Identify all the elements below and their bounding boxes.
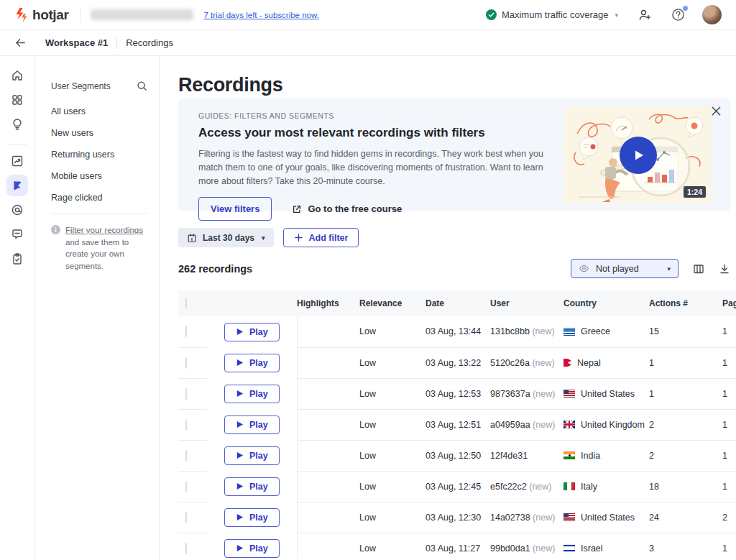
user-new-badge: (new)	[533, 513, 555, 523]
nav-insights-button[interactable]	[6, 114, 28, 135]
play-icon	[236, 390, 244, 398]
relevance-cell: Low	[359, 502, 426, 533]
user-cell: 14a02738 (new)	[490, 502, 564, 533]
top-bar: hotjar 7 trial days left - subscribe now…	[0, 0, 736, 30]
play-button[interactable]: Play	[224, 323, 280, 341]
actions-count-cell: 24	[649, 502, 722, 533]
date-range-filter[interactable]: Last 30 days ▾	[178, 228, 274, 247]
segment-all-users[interactable]: All users	[51, 106, 147, 117]
relevance-cell: Low	[359, 440, 426, 471]
breadcrumb-workspace[interactable]: Workspace #1	[45, 37, 108, 48]
check-circle-icon	[486, 9, 497, 20]
user-avatar[interactable]	[702, 5, 722, 24]
row-checkbox[interactable]	[185, 357, 187, 369]
columns-icon	[693, 263, 704, 275]
row-checkbox[interactable]	[185, 512, 187, 523]
user-id: 131bc8bb	[490, 326, 530, 336]
relevance-cell: Low	[359, 316, 426, 347]
back-button[interactable]	[14, 37, 27, 49]
row-checkbox[interactable]	[185, 388, 187, 400]
divider	[51, 214, 147, 214]
segments-sidebar: User Segments All users New users Return…	[35, 56, 160, 559]
segments-tip-text: Filter your recordings and save them to …	[65, 224, 147, 272]
country-cell: Italy	[564, 471, 649, 502]
video-play-button[interactable]	[620, 137, 657, 174]
actions-count-cell: 2	[649, 409, 722, 440]
date-cell: 03 Aug, 12:51	[426, 409, 490, 440]
divider	[80, 7, 80, 23]
country-flag-icon	[564, 544, 575, 552]
highlights-cell	[297, 409, 359, 440]
download-button[interactable]	[719, 263, 730, 275]
country-name: United Kingdom	[581, 420, 645, 430]
select-all-checkbox[interactable]	[185, 298, 187, 309]
country-name: United States	[581, 513, 635, 523]
grid-icon	[11, 93, 24, 106]
play-button[interactable]: Play	[224, 477, 280, 496]
row-checkbox[interactable]	[185, 543, 187, 554]
at-sign-icon	[11, 203, 24, 216]
play-button[interactable]: Play	[224, 385, 280, 403]
row-checkbox[interactable]	[185, 326, 187, 337]
play-button[interactable]: Play	[224, 539, 280, 558]
close-icon	[711, 106, 722, 116]
segment-rage-clicked[interactable]: Rage clicked	[51, 192, 147, 203]
user-new-badge: (new)	[533, 389, 555, 399]
banner-close-button[interactable]	[711, 106, 722, 116]
traffic-coverage-dropdown[interactable]: Maximum traffic coverage ▾	[486, 9, 618, 20]
play-icon	[236, 421, 244, 428]
country-cell: Nepal	[564, 347, 649, 378]
highlights-cell	[297, 502, 359, 533]
nav-recordings-button[interactable]	[6, 175, 28, 196]
country-flag-icon	[564, 390, 575, 398]
play-button[interactable]: Play	[224, 354, 280, 372]
nav-home-button[interactable]	[6, 65, 28, 86]
segment-new-users[interactable]: New users	[51, 127, 147, 139]
free-course-link[interactable]: Go to the free course	[292, 203, 402, 214]
play-icon	[236, 482, 244, 490]
played-filter-select[interactable]: Not played ▾	[571, 259, 678, 278]
table-row: Play Low 03 Aug, 11:27 99bd0da1 (new) Is…	[178, 533, 736, 559]
play-button[interactable]: Play	[224, 508, 280, 527]
row-checkbox[interactable]	[185, 481, 187, 492]
traffic-coverage-label: Maximum traffic coverage	[502, 9, 609, 20]
nav-trends-button[interactable]	[6, 150, 28, 172]
chevron-down-icon: ▾	[262, 234, 265, 242]
nav-feedback-button[interactable]	[6, 224, 28, 245]
column-play	[207, 290, 297, 316]
main-content: Recordings GUIDES: FILTERS AND SEGMENTS …	[160, 56, 736, 559]
nav-surveys-button[interactable]	[6, 248, 28, 270]
row-checkbox[interactable]	[185, 419, 187, 431]
video-thumbnail[interactable]: 1:24	[564, 106, 712, 203]
nav-engage-button[interactable]	[6, 199, 28, 221]
help-button[interactable]	[671, 8, 685, 22]
segment-mobile-users[interactable]: Mobile users	[51, 170, 147, 182]
nav-dashboards-button[interactable]	[6, 89, 28, 111]
column-actions: Actions #	[649, 290, 722, 316]
columns-button[interactable]	[693, 263, 704, 275]
play-button[interactable]: Play	[224, 446, 280, 465]
play-button[interactable]: Play	[224, 416, 280, 434]
play-icon	[236, 359, 244, 367]
country-name: Israel	[581, 543, 603, 554]
invite-user-button[interactable]	[638, 9, 651, 22]
external-link-icon	[292, 204, 302, 214]
add-filter-button[interactable]: Add filter	[283, 228, 359, 247]
segment-returning-users[interactable]: Returning users	[51, 149, 147, 160]
user-id: 14a02738	[490, 513, 530, 523]
column-highlights: Highlights	[297, 290, 359, 316]
row-checkbox[interactable]	[185, 450, 187, 462]
user-id: 9873637a	[490, 389, 530, 399]
divider	[8, 144, 27, 144]
table-row: Play Low 03 Aug, 13:22 5120c26a (new) Ne…	[178, 347, 736, 378]
hotjar-logo[interactable]: hotjar	[14, 7, 68, 23]
breadcrumb: Workspace #1 Recordings	[0, 30, 736, 56]
trial-subscribe-link[interactable]: 7 trial days left - subscribe now.	[203, 11, 318, 19]
play-button-label: Play	[249, 451, 268, 461]
filter-your-recordings-link[interactable]: Filter your recordings	[65, 226, 143, 234]
user-new-badge: (new)	[529, 482, 551, 492]
segments-search-button[interactable]	[137, 81, 147, 91]
country-cell: United States	[564, 378, 649, 409]
view-filters-button[interactable]: View filters	[198, 197, 272, 221]
actions-count-cell: 15	[649, 316, 722, 347]
